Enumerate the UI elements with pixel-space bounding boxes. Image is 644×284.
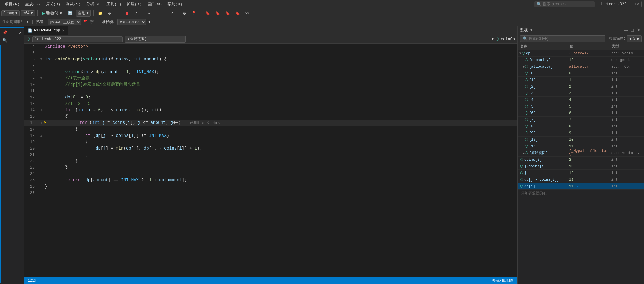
toolbar-sep-1	[37, 10, 38, 16]
dp5-icon: ⬡	[525, 104, 528, 109]
watch-header-value: 值	[569, 44, 610, 49]
fold-icon-14[interactable]: □	[40, 107, 42, 113]
watch-row-j[interactable]: ⬡ j 12 int	[518, 170, 644, 176]
watch-row-dp9[interactable]: ⬡[9] 9 int	[518, 130, 644, 137]
menu-item-build[interactable]: 生成(B)	[23, 1, 42, 8]
file-tab-filename[interactable]: 📄 FileName.cpp ✕	[24, 26, 68, 35]
watch-row-dp7[interactable]: ⬡[7] 7 int	[518, 117, 644, 123]
file-tab-label: FileName.cpp	[34, 28, 60, 33]
file-tabs: 📄 FileName.cpp ✕	[24, 26, 517, 35]
watch-row-coins-i[interactable]: ⬡ coins[i] 2 int	[518, 157, 644, 163]
breakpoint-button[interactable]: ⊙	[106, 10, 113, 16]
line-gutter-17	[38, 126, 44, 133]
bookmark-button[interactable]: 🔖	[203, 10, 212, 16]
disasm-button[interactable]: ⚙	[181, 10, 188, 16]
fold-icon-9[interactable]: □	[40, 75, 42, 82]
menu-item-test[interactable]: 测试(S)	[63, 1, 83, 8]
watch-search-input[interactable]	[529, 37, 603, 41]
search-depth-control[interactable]: ◀ 3 ▶	[627, 35, 642, 42]
file-tab-close-icon[interactable]: ✕	[62, 28, 64, 33]
watch-add-item-row[interactable]: 添加要监视的项	[518, 190, 644, 196]
watch-row-dp[interactable]: ▼ ⬡ dp { size=12 } std::vecto...	[518, 50, 644, 57]
watch-row-capacity[interactable]: ⬡ [capacity] 12 unsigned...	[518, 57, 644, 63]
auto-dropdown[interactable]: 自动 ▼	[76, 10, 91, 17]
search-depth-next-icon[interactable]: ▶	[637, 36, 639, 41]
line-gutter-9: □	[38, 75, 44, 82]
watch-row-dp3[interactable]: ⬡[3] 3 int	[518, 90, 644, 97]
watch-row-dp6[interactable]: ⬡[6] 6 int	[518, 110, 644, 117]
watch-row-dp-j-minus[interactable]: ⬡ dp[j - coins[i]] 11 int	[518, 176, 644, 183]
watch-row-j-coins-i[interactable]: ⬡ j-coins[i] 10 int	[518, 163, 644, 170]
watch-row-original[interactable]: ▶ ⬡ [原始视图] {_Mypair=allocator } std::vec…	[518, 150, 644, 157]
refresh-button[interactable]: ↺	[132, 10, 140, 16]
watch-minimize-button[interactable]: ─	[623, 27, 629, 33]
step-over-button[interactable]: →	[145, 10, 153, 16]
sidebar-search[interactable]: 🔍	[0, 37, 24, 44]
watch-row-dp4[interactable]: ⬡[4] 4 int	[518, 97, 644, 103]
toolbar-sep-5	[201, 10, 201, 16]
pin-icon[interactable]: 📌	[2, 30, 7, 35]
run-to-cursor-button[interactable]: ↗	[168, 10, 176, 16]
menu-item-extend[interactable]: 扩展(X)	[124, 1, 144, 8]
watch-row-dp1[interactable]: ⬡[1] 1 int	[518, 77, 644, 83]
watch-search-box[interactable]: 🔍	[520, 35, 605, 42]
stop-button[interactable]: ⏹	[123, 10, 131, 16]
bookmark4-button[interactable]: 🔖	[233, 10, 242, 16]
search-icon: 🔍	[537, 2, 541, 7]
fold-icon-18[interactable]: □	[40, 133, 42, 139]
menu-item-tools[interactable]: 工具(T)	[104, 1, 124, 8]
thread-selector[interactable]: [68440] 主线程	[48, 19, 81, 25]
code-file-breadcrumb[interactable]: leetcode-322	[32, 36, 123, 42]
watch-maximize-button[interactable]: □	[630, 27, 635, 33]
menu-item-debug[interactable]: 调试(D)	[43, 1, 63, 8]
dp-collapse-icon[interactable]: ▼	[519, 52, 521, 55]
restart-button[interactable]: 🔄	[66, 10, 75, 16]
search-input[interactable]	[543, 2, 588, 6]
step-out-button[interactable]: ↑	[161, 10, 167, 16]
menu-item-window[interactable]: 窗口(W)	[145, 1, 164, 8]
line-content-5	[44, 50, 517, 56]
arch-dropdown[interactable]: x64 ▼	[21, 10, 35, 16]
stack-selector[interactable]: coinChange	[117, 19, 146, 25]
pause-button[interactable]: ⏸	[114, 10, 122, 16]
menu-item-project[interactable]: 项目(P)	[2, 1, 22, 8]
folder-button[interactable]: 📁	[96, 10, 105, 16]
more-button[interactable]: >>	[243, 10, 252, 16]
line-gutter-6: □	[38, 56, 44, 63]
watch-row-dp10[interactable]: ⬡[10] 10 int	[518, 137, 644, 143]
watch-row-dp-j[interactable]: ⬡ dp[j] 11 ↺ int	[518, 183, 644, 190]
watch-title-bar: 监视 1 ─ □ ✕	[518, 26, 644, 34]
dp2-icon: ⬡	[525, 84, 528, 89]
watch-row-dp8[interactable]: ⬡[8] 8 int	[518, 123, 644, 130]
bookmark3-button[interactable]: 🔖	[223, 10, 232, 16]
code-scope-breadcrumb[interactable]: (全局范围)	[125, 36, 186, 43]
watch-row-dp5[interactable]: ⬡[5] 5 int	[518, 103, 644, 110]
watch-row-dp2[interactable]: ⬡[2] 2 int	[518, 83, 644, 90]
execution-arrow-icon: ➤	[44, 120, 47, 126]
line-num-19: 19	[24, 139, 38, 145]
search-bar[interactable]: 🔍	[534, 1, 595, 7]
fold-icon-6[interactable]: □	[40, 56, 42, 63]
dp3-icon: ⬡	[525, 91, 528, 95]
watch-row-allocator[interactable]: ▶ ⬡ [allocator] allocator std::_Co...	[518, 63, 644, 70]
close-sidebar-icon[interactable]: ✕	[19, 30, 21, 35]
code-line-27: 27	[24, 190, 517, 196]
watch-close-button[interactable]: ✕	[636, 27, 642, 33]
menu-item-help[interactable]: 帮助(H)	[165, 1, 185, 8]
watch-row-dp0[interactable]: ⬡[0] 0 int	[518, 70, 644, 77]
watch-row-dp7-value: 7	[568, 118, 610, 122]
continue-button[interactable]: ▶ 继续(C) ▼	[40, 10, 65, 17]
search-depth-prev-icon[interactable]: ◀	[629, 36, 631, 41]
refresh-value-icon[interactable]: ↺	[576, 184, 578, 188]
watch-row-dp-j-minus-name: ⬡ dp[j - coins[i]]	[518, 177, 568, 182]
watch-rows-container[interactable]: ▼ ⬡ dp { size=12 } std::vecto... ⬡ [capa…	[518, 50, 644, 284]
step-into-button[interactable]: ↓	[154, 10, 160, 16]
line-num-24: 24	[24, 171, 38, 177]
watch-row-dp8-type: int	[610, 124, 644, 129]
bookmark2-button[interactable]: 🔖	[213, 10, 222, 16]
watch-row-dp3-name: ⬡[3]	[518, 91, 568, 95]
debug-loc-button[interactable]: 📍	[189, 10, 198, 16]
code-editor[interactable]: 4 #include <vector> 5 6 □ int coinCh	[24, 44, 517, 277]
debug-config-dropdown[interactable]: Debug ▼	[1, 10, 20, 16]
menu-item-analyze[interactable]: 分析(N)	[84, 1, 103, 8]
